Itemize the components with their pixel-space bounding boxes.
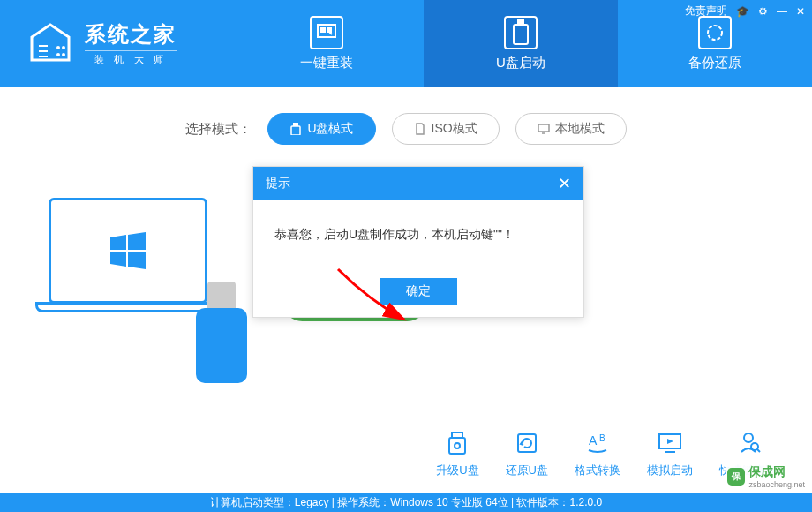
graduation-icon[interactable]: 🎓	[736, 5, 749, 18]
minimize-icon[interactable]: —	[777, 5, 787, 18]
svg-text:B: B	[599, 433, 605, 443]
svg-point-23	[751, 443, 758, 450]
mode-selector: 选择模式： U盘模式 ISO模式 本地模式	[35, 113, 777, 145]
dialog-message: 恭喜您，启动U盘制作成功，本机启动键""！	[253, 200, 583, 278]
logo-subtitle: 装 机 大 师	[85, 50, 177, 66]
tool-format-convert[interactable]: AB 格式转换	[575, 429, 620, 478]
svg-point-1	[62, 46, 65, 49]
tab-label: 备份还原	[688, 55, 741, 72]
mode-label: 选择模式：	[185, 121, 252, 138]
usb-up-icon	[443, 429, 471, 457]
tool-restore-usb[interactable]: 还原U盘	[506, 429, 548, 478]
logo-title: 系统之家	[85, 20, 177, 49]
svg-point-2	[56, 53, 60, 56]
mode-usb-button[interactable]: U盘模式	[267, 113, 375, 145]
tool-upgrade-usb[interactable]: 升级U盘	[436, 429, 478, 478]
svg-rect-5	[320, 27, 326, 33]
usb-small-icon	[289, 123, 302, 135]
usb-drive-illustration	[196, 282, 247, 383]
watermark-badge: 保	[727, 468, 745, 486]
usb-restore-icon	[513, 429, 541, 457]
dialog-ok-button[interactable]: 确定	[380, 278, 457, 305]
tool-simulate-boot[interactable]: 模拟启动	[647, 429, 693, 478]
close-icon[interactable]: ✕	[796, 5, 805, 18]
tab-label: U盘启动	[496, 55, 545, 72]
svg-point-3	[62, 53, 65, 56]
dialog-title: 提示	[266, 176, 290, 192]
windows-logo-icon	[106, 229, 150, 273]
svg-rect-8	[514, 25, 528, 44]
svg-point-16	[455, 443, 460, 448]
house-logo-icon	[26, 19, 74, 67]
mode-iso-button[interactable]: ISO模式	[392, 113, 500, 145]
monitor-icon	[310, 16, 343, 49]
svg-point-0	[56, 46, 60, 49]
svg-rect-12	[538, 124, 549, 132]
convert-icon: AB	[583, 429, 612, 457]
monitor-small-icon	[538, 123, 550, 135]
gear-icon[interactable]: ⚙	[758, 5, 768, 18]
svg-rect-11	[291, 126, 300, 135]
statusbar: 计算机启动类型：Legacy | 操作系统：Windows 10 专业版 64位…	[0, 493, 812, 512]
usb-icon	[504, 16, 538, 49]
monitor-play-icon	[656, 429, 684, 457]
mode-local-button[interactable]: 本地模式	[515, 113, 627, 145]
tab-usb-boot[interactable]: U盘启动	[424, 0, 618, 87]
svg-point-9	[708, 26, 722, 40]
tab-label: 一键重装	[300, 55, 353, 72]
logo: 系统之家 装 机 大 师	[0, 0, 229, 87]
tab-reinstall[interactable]: 一键重装	[229, 0, 424, 87]
dialog-close-icon[interactable]: ✕	[558, 174, 571, 193]
svg-line-24	[757, 449, 760, 452]
svg-text:A: A	[589, 433, 598, 448]
svg-rect-15	[449, 438, 465, 454]
svg-point-22	[744, 433, 753, 442]
success-dialog: 提示 ✕ 恭喜您，启动U盘制作成功，本机启动键""！ 确定	[252, 166, 584, 318]
watermark: 保 保成网 zsbaocheng.net	[726, 463, 807, 490]
disclaimer-link[interactable]: 免责声明	[685, 4, 727, 19]
restore-icon	[698, 16, 732, 49]
person-search-icon	[734, 429, 763, 457]
file-icon	[414, 123, 426, 135]
illustration	[35, 180, 256, 365]
